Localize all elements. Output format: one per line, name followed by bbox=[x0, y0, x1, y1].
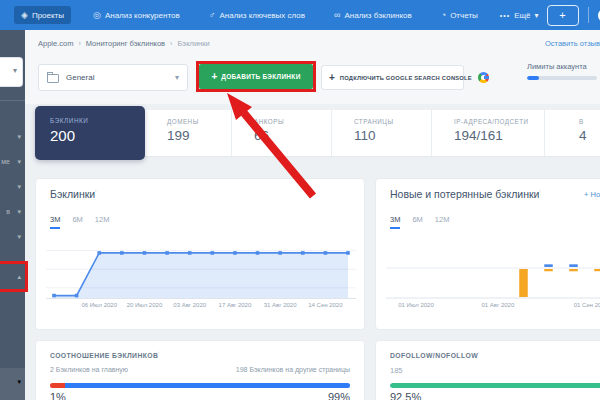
connect-gsc-button[interactable]: + ПОДКЛЮЧИТЬ GOOGLE SEARCH CONSOLE bbox=[321, 65, 464, 90]
nav-item-keyword-analysis[interactable]: ♂ Анализ ключевых слов bbox=[202, 6, 312, 24]
sidebar-footer[interactable]: ▾ bbox=[0, 368, 25, 400]
sidebar-item-highlighted[interactable]: ▴ bbox=[0, 270, 25, 286]
backlinks-chart-card: Бэклинкиⁱ 3М 6М 12М 06 Июл 2020 20 Июл 2… bbox=[35, 178, 365, 330]
dofollow-bar bbox=[390, 383, 600, 388]
project-folder-select[interactable]: General ▾ bbox=[38, 64, 188, 91]
sidebar-project-select[interactable]: ▾ bbox=[0, 58, 22, 86]
nav-item-label: Проекты bbox=[32, 11, 64, 20]
account-limits-bar[interactable] bbox=[527, 76, 597, 80]
stat-value: 199 bbox=[167, 128, 231, 143]
ratio-left-label: 2 Бэклинков на главную bbox=[50, 366, 128, 373]
plus-icon: + bbox=[329, 72, 335, 83]
chevron-down-icon: ▾ bbox=[17, 233, 21, 241]
projects-icon: ◈ bbox=[21, 10, 28, 20]
stat-label: БЭКЛИНКИ bbox=[50, 117, 145, 124]
nav-item-competitor-analysis[interactable]: ◎ Анализ конкурентов bbox=[86, 6, 187, 24]
new-lost-chart-xticks: 01 Июл 2020 01 Авг 2020 01 Сен 2020 bbox=[386, 302, 600, 312]
stat-value: 200 bbox=[50, 127, 145, 144]
stat-label: ДОМЕНЫ bbox=[167, 118, 231, 125]
sidebar-item[interactable]: ▾ bbox=[0, 230, 25, 246]
dofollow-percent: 92.5% bbox=[390, 391, 421, 400]
app-window: ◈ Проекты ◎ Анализ конкурентов ♂ Анализ … bbox=[0, 0, 600, 400]
more-dots-icon: ••• bbox=[500, 12, 510, 19]
add-project-button[interactable]: + bbox=[547, 5, 579, 26]
breadcrumb: Apple.com › Мониторинг бэклинков › Бэкли… bbox=[38, 39, 210, 48]
breadcrumb-section[interactable]: Мониторинг бэклинков bbox=[86, 39, 165, 48]
account-limits-fill bbox=[527, 76, 539, 80]
nav-right-group: + bbox=[547, 5, 600, 26]
tab-12m[interactable]: 12М bbox=[95, 215, 110, 229]
dofollow-title: DOFOLLOW/NOFOLLOWⁱ bbox=[390, 350, 479, 359]
tab-12m[interactable]: 12М bbox=[435, 215, 450, 229]
breadcrumb-separator-icon: › bbox=[170, 40, 172, 47]
top-navigation: ◈ Проекты ◎ Анализ конкурентов ♂ Анализ … bbox=[0, 0, 600, 30]
stat-value: 66 bbox=[254, 128, 331, 143]
dofollow-count: 185 bbox=[390, 366, 403, 375]
tab-3m[interactable]: 3М bbox=[50, 215, 60, 229]
sidebar-item[interactable]: ▾ bbox=[0, 130, 25, 146]
chevron-down-icon: ▾ bbox=[175, 73, 179, 82]
nav-item-backlink-analysis[interactable]: ∞ Анализ бэклинков bbox=[327, 6, 419, 24]
dofollow-bar-fill bbox=[390, 383, 600, 388]
chevron-down-icon: ▾ bbox=[17, 208, 21, 216]
x-tick: 01 Июл 2020 bbox=[398, 302, 434, 308]
breadcrumb-project[interactable]: Apple.com bbox=[38, 39, 73, 48]
stat-label: IP-АДРЕСА/ПОДСЕТИ bbox=[454, 118, 544, 125]
stat-card-backlinks[interactable]: БЭКЛИНКИ 200 bbox=[35, 106, 145, 160]
nav-divider bbox=[588, 7, 589, 23]
x-tick: 31 Авг 2020 bbox=[264, 302, 297, 308]
selected-project: General bbox=[66, 73, 94, 82]
nav-item-projects[interactable]: ◈ Проекты bbox=[14, 6, 71, 24]
ratio-left-percent: 1% bbox=[50, 391, 66, 400]
stat-value: 110 bbox=[354, 128, 431, 143]
backlink-ratio-card: СООТНОШЕНИЕ БЭКЛИНКОВⁱ 2 Бэклинков на гл… bbox=[35, 340, 365, 400]
tab-3m[interactable]: 3М bbox=[390, 215, 400, 229]
new-backlinks-link[interactable]: + Новые bbox=[584, 190, 600, 199]
stat-card-domains[interactable]: ДОМЕНЫ 199 bbox=[145, 110, 232, 156]
ratio-right-percent: 99% bbox=[328, 391, 350, 400]
x-tick: 17 Авг 2020 bbox=[219, 302, 252, 308]
sidebar-item[interactable]: ме ▾ bbox=[0, 155, 25, 171]
sidebar-item[interactable]: ▾ bbox=[0, 180, 25, 196]
chevron-down-icon: ▾ bbox=[17, 158, 21, 166]
main-content: Apple.com › Мониторинг бэклинков › Бэкли… bbox=[25, 30, 600, 400]
more-label: Ещё bbox=[514, 11, 530, 20]
folder-icon bbox=[47, 74, 59, 83]
nav-item-more[interactable]: ••• Ещё ▾ bbox=[500, 11, 539, 20]
stat-card-anchors[interactable]: АНКОРЫ 66 bbox=[232, 110, 332, 156]
stat-cells: ДОМЕНЫ 199 АНКОРЫ 66 СТРАНИЦЫ 110 IP-АДР… bbox=[145, 110, 600, 156]
chevron-down-icon: ▾ bbox=[17, 378, 21, 386]
stat-label: СТРАНИЦЫ bbox=[354, 118, 431, 125]
add-backlinks-label: ДОБАВИТЬ БЭКЛИНКИ bbox=[221, 73, 300, 80]
sidebar-item[interactable]: в ▾ bbox=[0, 205, 25, 221]
backlinks-line-chart bbox=[46, 237, 356, 299]
sidebar: ▾ ▾ ме ▾ ▾ в ▾ ▾ ▴ ▾ bbox=[0, 30, 25, 400]
x-tick: 14 Сен 2020 bbox=[308, 302, 342, 308]
chevron-down-icon: ▾ bbox=[535, 11, 539, 20]
stat-value: 4 bbox=[579, 128, 600, 143]
ratio-bar-other bbox=[65, 383, 350, 388]
x-tick: 01 Сен 2020 bbox=[574, 302, 600, 308]
stat-value: 194/161 bbox=[454, 128, 544, 143]
chevron-down-icon: ▾ bbox=[17, 183, 21, 191]
tab-6m[interactable]: 6М bbox=[412, 215, 422, 229]
x-tick: 06 Июл 2020 bbox=[81, 302, 117, 308]
stat-card-truncated[interactable]: В 4 bbox=[545, 110, 600, 156]
ratio-right-label: 198 Бэклинков на другие страницы bbox=[236, 366, 350, 373]
ratio-title: СООТНОШЕНИЕ БЭКЛИНКОВⁱ bbox=[50, 350, 160, 359]
x-tick: 03 Авг 2020 bbox=[173, 302, 206, 308]
dofollow-card: DOFOLLOW/NOFOLLOWⁱ 185 92.5% bbox=[375, 340, 600, 400]
nav-item-reports[interactable]: ◔ Отчеты bbox=[434, 6, 485, 24]
period-tabs: 3М 6М 12М bbox=[50, 215, 109, 229]
backlinks-chart-xticks: 06 Июл 2020 20 Июл 2020 03 Авг 2020 17 А… bbox=[46, 302, 356, 312]
backlink-analysis-icon: ∞ bbox=[334, 10, 340, 20]
stat-card-pages[interactable]: СТРАНИЦЫ 110 bbox=[332, 110, 432, 156]
feedback-link[interactable]: Оставить отзыв bbox=[545, 39, 600, 48]
add-backlinks-button[interactable]: + ДОБАВИТЬ БЭКЛИНКИ bbox=[199, 64, 313, 89]
chevron-down-icon: ▾ bbox=[13, 66, 17, 75]
tab-6m[interactable]: 6М bbox=[72, 215, 82, 229]
info-icon: ⁱ bbox=[95, 189, 96, 195]
nav-item-label: Отчеты bbox=[450, 11, 478, 20]
stat-card-ip-subnets[interactable]: IP-АДРЕСА/ПОДСЕТИ 194/161 bbox=[432, 110, 545, 156]
new-lost-bar-chart bbox=[386, 237, 600, 299]
